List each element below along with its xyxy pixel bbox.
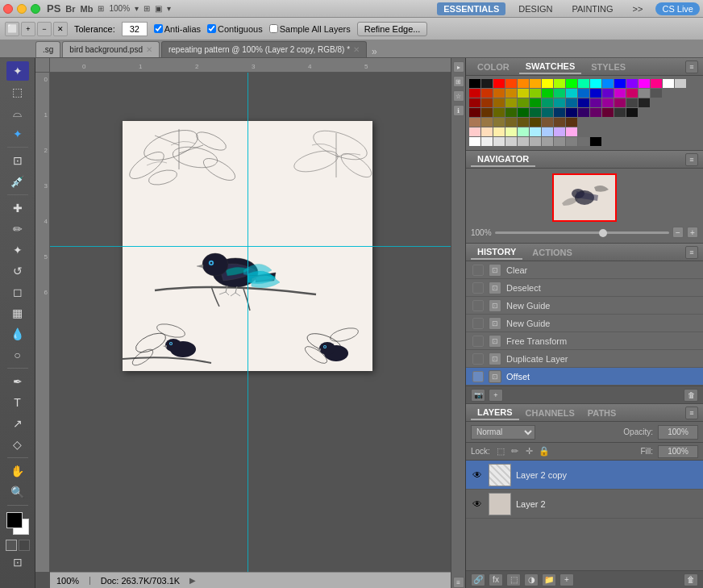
swatch[interactable] <box>481 98 493 107</box>
swatch[interactable] <box>578 137 589 146</box>
layer-new-btn[interactable]: + <box>559 573 574 586</box>
swatch[interactable] <box>481 108 493 117</box>
painting-button[interactable]: PAINTING <box>565 2 619 15</box>
swatch[interactable] <box>554 79 565 88</box>
swatch[interactable] <box>578 89 589 98</box>
swatch[interactable] <box>469 118 480 127</box>
swatch[interactable] <box>481 89 493 98</box>
swatch[interactable] <box>566 137 577 146</box>
swatch[interactable] <box>518 79 529 88</box>
subtract-selection-btn[interactable]: − <box>37 22 52 36</box>
status-arrow[interactable]: ▶ <box>189 576 196 585</box>
zoom-dropdown-icon[interactable]: ▾ <box>135 4 139 13</box>
swatch[interactable] <box>626 98 638 107</box>
brush-tool[interactable]: ✏ <box>6 219 29 239</box>
swatch[interactable] <box>542 89 553 98</box>
history-panel-menu[interactable]: ≡ <box>685 246 698 259</box>
swatch[interactable] <box>554 108 565 117</box>
tab-navigator[interactable]: NAVIGATOR <box>471 152 535 167</box>
strip-btn-2[interactable]: ⊞ <box>453 76 464 87</box>
swatch[interactable] <box>566 89 577 98</box>
color-swatch[interactable] <box>6 512 29 535</box>
arrange-dropdown-icon[interactable]: ▾ <box>167 4 171 13</box>
magic-wand-tool[interactable]: ✦ <box>6 61 29 81</box>
layer-visibility-btn[interactable]: 👁 <box>471 469 484 482</box>
strip-btn-4[interactable]: ℹ <box>453 105 464 116</box>
quick-mask-btn[interactable] <box>19 540 30 551</box>
selection-tool[interactable]: ⬚ <box>6 82 29 102</box>
swatch[interactable] <box>530 127 541 136</box>
swatch[interactable] <box>590 108 601 117</box>
lock-transparent-icon[interactable]: ⬚ <box>495 446 506 457</box>
swatch[interactable] <box>614 98 626 107</box>
history-delete-btn[interactable]: 🗑 <box>684 389 698 402</box>
swatch[interactable] <box>639 98 650 107</box>
history-item-deselect[interactable]: ⊡ Deselect <box>466 279 703 297</box>
swatch[interactable] <box>530 79 541 88</box>
swatch[interactable] <box>590 137 601 146</box>
swatch[interactable] <box>542 127 553 136</box>
screen-mode-btn[interactable]: ⊡ <box>13 556 23 569</box>
swatch[interactable] <box>530 89 541 98</box>
tab-sg[interactable]: .sg <box>35 41 60 57</box>
swatch[interactable] <box>578 108 589 117</box>
color-panel-menu[interactable]: ≡ <box>685 60 698 73</box>
sample-all-checkbox[interactable] <box>269 24 278 33</box>
swatch[interactable] <box>639 79 650 88</box>
layer-delete-btn[interactable]: 🗑 <box>684 573 698 586</box>
swatch[interactable] <box>469 137 480 146</box>
tab-actions[interactable]: ACTIONS <box>526 246 579 259</box>
swatch[interactable] <box>614 79 626 88</box>
swatch[interactable] <box>505 137 517 146</box>
strip-btn-bottom[interactable]: ≡ <box>453 577 464 588</box>
canvas-wrapper[interactable] <box>50 73 451 572</box>
new-selection-btn[interactable]: ⬜ <box>5 22 19 36</box>
layer-mask-btn[interactable]: ⬚ <box>506 573 521 586</box>
strip-btn-3[interactable]: ☆ <box>453 90 464 102</box>
swatch[interactable] <box>566 98 577 107</box>
tab-more-button[interactable]: » <box>368 46 381 57</box>
swatch[interactable] <box>626 108 638 117</box>
swatch[interactable] <box>518 98 529 107</box>
more-workspaces-button[interactable]: >> <box>626 2 650 15</box>
foreground-color[interactable] <box>6 512 23 528</box>
cs-live-button[interactable]: CS Live <box>655 2 700 15</box>
swatch[interactable] <box>566 108 577 117</box>
navigator-panel-menu[interactable]: ≡ <box>685 153 698 166</box>
clone-stamp-tool[interactable]: ✦ <box>6 240 29 260</box>
fill-input[interactable] <box>658 445 698 458</box>
shape-tool[interactable]: ◇ <box>6 435 29 454</box>
swatch[interactable] <box>481 79 493 88</box>
add-selection-btn[interactable]: + <box>21 22 35 36</box>
zoom-out-btn[interactable]: − <box>672 227 684 238</box>
quick-select-tool[interactable]: ✦ <box>6 124 29 144</box>
tab-swatches[interactable]: SWATCHES <box>519 60 582 74</box>
type-tool[interactable]: T <box>6 393 29 412</box>
swatch[interactable] <box>505 127 517 136</box>
design-button[interactable]: DESIGN <box>512 2 559 15</box>
swatch[interactable] <box>602 89 614 98</box>
blur-tool[interactable]: 💧 <box>6 324 29 344</box>
swatch[interactable] <box>493 79 505 88</box>
swatch[interactable] <box>505 79 517 88</box>
tab-pattern[interactable]: repeating pattern @ 100% (Layer 2 copy, … <box>161 41 367 57</box>
gradient-tool[interactable]: ▦ <box>6 303 29 323</box>
opacity-input[interactable] <box>658 425 698 440</box>
swatch[interactable] <box>602 79 614 88</box>
swatch[interactable] <box>505 108 517 117</box>
tab-bird-bg[interactable]: bird background.psd ✕ <box>62 41 160 57</box>
swatch[interactable] <box>590 98 601 107</box>
standard-mode-btn[interactable] <box>6 540 17 551</box>
history-brush-tool[interactable]: ↺ <box>6 261 29 281</box>
swatch[interactable] <box>530 118 541 127</box>
layer-group-btn[interactable]: 📁 <box>542 573 556 586</box>
maximize-button[interactable] <box>31 4 40 14</box>
swatch[interactable] <box>614 89 626 98</box>
path-select-tool[interactable]: ↗ <box>6 414 29 433</box>
lasso-tool[interactable]: ⌓ <box>6 103 29 123</box>
layer-effects-btn[interactable]: fx <box>489 573 503 586</box>
swatch[interactable] <box>493 108 505 117</box>
layer-item-layer2[interactable]: 👁 Layer 2 <box>466 490 703 519</box>
swatch[interactable] <box>542 108 553 117</box>
swatch[interactable] <box>590 89 601 98</box>
